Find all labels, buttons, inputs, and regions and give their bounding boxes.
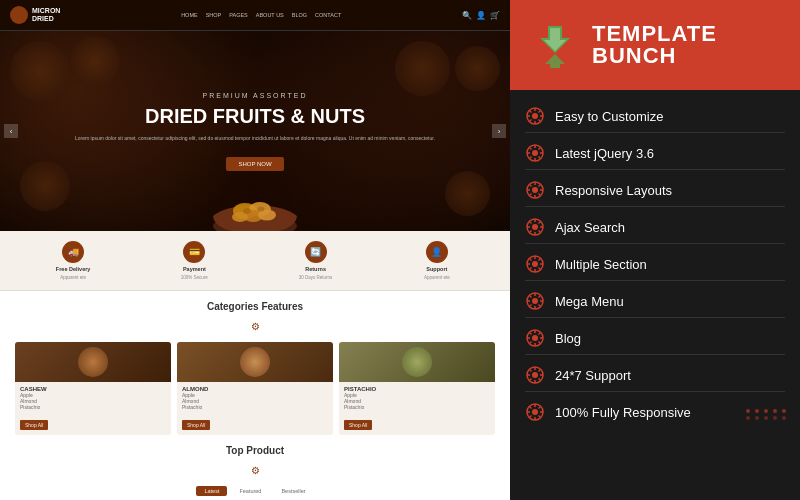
main-content: Categories Features ⚙ CASHEW AppleAlmond… — [0, 291, 510, 500]
svg-point-16 — [532, 224, 538, 230]
nav-shop: SHOP — [206, 12, 222, 18]
feature-support: 👤 Support Apparent ete — [379, 241, 495, 280]
svg-point-22 — [532, 335, 538, 341]
brand-name-2: BUNCH — [592, 45, 717, 67]
nav-about: ABOUT US — [256, 12, 284, 18]
multiple-section-text: Multiple Section — [555, 257, 647, 272]
categories-divider: ⚙ — [15, 316, 495, 334]
almond-items: AppleAlmondPistachio — [182, 392, 328, 410]
nav-home: HOME — [181, 12, 198, 18]
brand-name: TEMPLATE — [592, 23, 717, 45]
nav-links: HOME SHOP PAGES ABOUT US BLOG CONTACT — [68, 12, 454, 18]
brand-text-area: TEMPLATE BUNCH — [592, 23, 717, 67]
feature-returns: 🔄 Returns 30 Days Returns — [258, 241, 374, 280]
nav-blog: BLOG — [292, 12, 307, 18]
feature-support: 24*7 Support — [525, 359, 785, 392]
blog-icon — [525, 328, 545, 348]
hero-content: PREMIUM ASSORTED DRIED FRUITS & NUTS Lor… — [0, 92, 510, 171]
payment-label: Payment — [183, 266, 206, 272]
main-bowl-image — [205, 161, 305, 231]
feature-customize: Easy to Customize — [525, 100, 785, 133]
logo-area: MICRON DRIED — [10, 6, 60, 24]
mega-menu-text: Mega Menu — [555, 294, 624, 309]
tab-bestseller[interactable]: Bestseller — [273, 486, 313, 496]
svg-point-24 — [532, 372, 538, 378]
feature-responsive: Responsive Layouts — [525, 174, 785, 207]
hero-prev-arrow[interactable]: ‹ — [4, 124, 18, 138]
svg-point-7 — [258, 207, 265, 212]
divider-icon-2: ⚙ — [251, 465, 260, 476]
almond-btn[interactable]: Shop All — [182, 420, 210, 430]
cashew-items: AppleAlmondPistachio — [20, 392, 166, 410]
svg-point-14 — [532, 187, 538, 193]
delivery-sub: Apparent ete — [60, 275, 86, 280]
ajax-icon — [525, 217, 545, 237]
search-icon: 🔍 — [462, 11, 472, 20]
categories-grid: CASHEW AppleAlmondPistachio Shop All ALM… — [15, 342, 495, 435]
svg-point-20 — [532, 298, 538, 304]
svg-point-18 — [532, 261, 538, 267]
jquery-icon — [525, 143, 545, 163]
hero-title: DRIED FRUITS & NUTS — [60, 105, 450, 127]
top-product-title: Top Product — [15, 445, 495, 456]
category-pistachio: PISTACHIO AppleAlmondPistachio Shop All — [339, 342, 495, 435]
hero-subtitle: PREMIUM ASSORTED — [60, 92, 450, 99]
responsive-icon — [525, 180, 545, 200]
right-panel: TEMPLATE BUNCH Easy to Customize — [510, 0, 800, 500]
hero-desc: Lorem ipsum dolor sit amet, consectetur … — [60, 135, 450, 142]
feature-multiple-section: Multiple Section — [525, 248, 785, 281]
brand-header: TEMPLATE BUNCH — [510, 0, 800, 90]
pistachio-items: AppleAlmondPistachio — [344, 392, 490, 410]
payment-sub: 100% Secure — [181, 275, 208, 280]
nav-pages: PAGES — [229, 12, 248, 18]
tab-latest[interactable]: Latest — [196, 486, 227, 496]
nav-icons: 🔍 👤 🛒 — [462, 11, 500, 20]
jquery-text: Latest jQuery 3.6 — [555, 146, 654, 161]
top-product-divider: ⚙ — [15, 460, 495, 478]
delivery-label: Free Delivery — [56, 266, 91, 272]
support-icon: 👤 — [426, 241, 448, 263]
feature-mega-menu: Mega Menu — [525, 285, 785, 318]
category-cashew: CASHEW AppleAlmondPistachio Shop All — [15, 342, 171, 435]
logo-text: MICRON DRIED — [32, 7, 60, 24]
divider-icon: ⚙ — [251, 321, 260, 332]
returns-label: Returns — [305, 266, 326, 272]
payment-icon: 💳 — [183, 241, 205, 263]
tab-featured[interactable]: Featured — [231, 486, 269, 496]
cashew-btn[interactable]: Shop All — [20, 420, 48, 430]
fully-responsive-text: 100% Fully Responsive — [555, 405, 691, 420]
support247-icon — [525, 365, 545, 385]
feature-payment: 💳 Payment 100% Secure — [136, 241, 252, 280]
hero-next-arrow[interactable]: › — [492, 124, 506, 138]
customize-text: Easy to Customize — [555, 109, 663, 124]
nav-bar: MICRON DRIED HOME SHOP PAGES ABOUT US BL… — [0, 0, 510, 31]
pistachio-btn[interactable]: Shop All — [344, 420, 372, 430]
brand-logo — [530, 18, 580, 72]
cart-icon: 🛒 — [490, 11, 500, 20]
category-almond: ALMOND AppleAlmondPistachio Shop All — [177, 342, 333, 435]
features-list: Easy to Customize Latest jQuery 3.6 — [510, 90, 800, 500]
feature-delivery: 🚚 Free Delivery Apparent ete — [15, 241, 131, 280]
support-label: Support — [426, 266, 447, 272]
multiple-section-icon — [525, 254, 545, 274]
user-icon: 👤 — [476, 11, 486, 20]
delivery-icon: 🚚 — [62, 241, 84, 263]
svg-point-12 — [532, 150, 538, 156]
website-preview: MICRON DRIED HOME SHOP PAGES ABOUT US BL… — [0, 0, 510, 500]
fully-responsive-icon — [525, 402, 545, 422]
feature-jquery: Latest jQuery 3.6 — [525, 137, 785, 170]
feature-ajax: Ajax Search — [525, 211, 785, 244]
svg-point-26 — [532, 409, 538, 415]
customize-icon — [525, 106, 545, 126]
dots-decoration — [746, 409, 788, 420]
support-sub: Apparent ete — [424, 275, 450, 280]
svg-point-10 — [532, 113, 538, 119]
blog-text: Blog — [555, 331, 581, 346]
logo-icon — [10, 6, 28, 24]
categories-title: Categories Features — [15, 301, 495, 312]
nav-contact: CONTACT — [315, 12, 341, 18]
features-row: 🚚 Free Delivery Apparent ete 💳 Payment 1… — [0, 231, 510, 291]
feature-blog: Blog — [525, 322, 785, 355]
svg-point-6 — [243, 208, 251, 214]
mega-menu-icon — [525, 291, 545, 311]
